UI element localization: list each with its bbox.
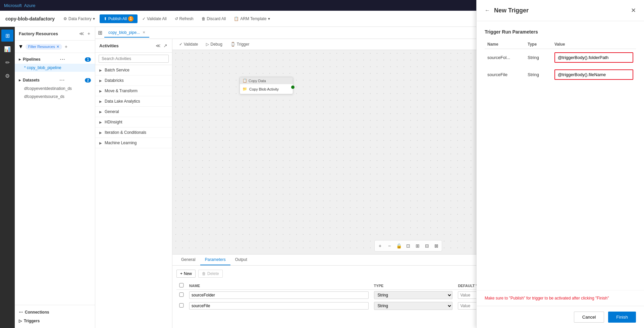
activities-header: Activities ≪ ↗ xyxy=(95,39,172,53)
row1-name-input[interactable] xyxy=(189,291,369,299)
zoom-add-btn[interactable]: + xyxy=(376,242,384,250)
new-param-icon: + xyxy=(180,271,182,276)
sidebar-expand-btn[interactable]: + xyxy=(87,30,91,37)
sidebar-item-ds2[interactable]: dfcopyeventsource_ds xyxy=(15,93,95,101)
tab-close-icon[interactable]: ✕ xyxy=(143,31,145,34)
bottom-tab-output[interactable]: Output xyxy=(230,255,252,265)
move-transform-label: Move & Transform xyxy=(105,89,138,93)
datasets-dots-icon[interactable]: ··· xyxy=(60,78,65,83)
pipelines-dots-icon[interactable]: ··· xyxy=(60,57,65,62)
activity-group-databricks: ▶ Databricks xyxy=(95,75,172,86)
refresh-btn[interactable]: ↺ Refresh xyxy=(171,15,197,22)
refresh-label: Refresh xyxy=(179,16,194,21)
datasets-header[interactable]: ▸ Datasets ··· 2 xyxy=(15,76,95,85)
arm-template-btn[interactable]: 📋 ARM Template ▾ xyxy=(230,15,273,22)
trigger-label: Trigger xyxy=(237,42,250,47)
zoom-minus-btn[interactable]: − xyxy=(385,242,393,250)
zoom-frame-btn[interactable]: ⊞ xyxy=(414,242,422,250)
activity-group-iteration: ▶ Iteration & Conditionals xyxy=(95,127,172,138)
publish-all-btn[interactable]: ⬆ Publish All 1 xyxy=(100,14,138,23)
sidebar-item-ds1[interactable]: dfcopyeventdestination_ds xyxy=(15,85,95,93)
hdinsight-header[interactable]: ▶ HDInsight xyxy=(95,117,172,127)
validate-all-label: Validate All xyxy=(147,16,166,21)
icon-bar: ⊞ 📊 ✏ ⚙ xyxy=(0,27,15,328)
batch-service-header[interactable]: ▶ Batch Service xyxy=(95,65,172,75)
arm-template-label: ARM Template xyxy=(240,16,266,21)
copy-icon: 📋 xyxy=(243,78,247,83)
zoom-expand-btn[interactable]: ⊠ xyxy=(432,242,440,250)
pipelines-badge: 1 xyxy=(85,57,91,62)
trigger-cancel-btn[interactable]: Cancel xyxy=(574,312,604,323)
node-success-indicator xyxy=(291,86,294,89)
sidebar-item-pipeline[interactable]: * copy_blob_pipeline xyxy=(15,64,95,72)
azure-logo: Microsoft Azure xyxy=(4,3,37,8)
new-param-label: New xyxy=(184,271,192,276)
pipelines-header[interactable]: ▸ Pipelines ··· 1 xyxy=(15,55,95,64)
trigger-value-header: Value xyxy=(552,40,636,49)
activities-panel: Activities ≪ ↗ ▶ Batch Service xyxy=(95,39,172,328)
canvas-zoom-controls: + − 🔒 ⊡ ⊞ ⊟ ⊠ xyxy=(374,240,442,252)
activity-node-body: 📁 Copy Blob Activity xyxy=(240,84,293,94)
trigger-back-btn[interactable]: ← xyxy=(485,7,490,13)
trigger-finish-btn[interactable]: Finish xyxy=(608,312,636,323)
new-param-btn[interactable]: + New xyxy=(176,270,196,278)
activity-node-copy[interactable]: 📋 Copy Data 📁 Copy Blob Activity xyxy=(239,77,293,94)
ml-header[interactable]: ▶ Machine Learning xyxy=(95,138,172,148)
trigger-row1-value-input[interactable] xyxy=(554,52,633,63)
activity-group-batch: ▶ Batch Service xyxy=(95,65,172,75)
delete-param-btn[interactable]: 🗑 Delete xyxy=(198,270,223,278)
discard-all-btn[interactable]: 🗑 Discard All xyxy=(198,15,229,22)
data-factory-label: Data Factory xyxy=(68,16,92,21)
data-factory-btn[interactable]: ⚙ Data Factory ▾ xyxy=(60,15,98,22)
trigger-row2-value-input[interactable] xyxy=(554,69,633,80)
bottom-tab-general[interactable]: General xyxy=(176,255,200,265)
app-layout: ⊞ 📊 ✏ ⚙ Factory Resources ≪ + ▼ Filter R… xyxy=(0,27,644,328)
move-transform-header[interactable]: ▶ Move & Transform xyxy=(95,86,172,96)
connections-label: Connections xyxy=(25,310,49,315)
params-select-all[interactable] xyxy=(179,283,184,287)
bottom-tab-parameters[interactable]: Parameters xyxy=(200,255,230,265)
databricks-header[interactable]: ▶ Databricks xyxy=(95,75,172,86)
activities-expand-btn[interactable]: ↗ xyxy=(163,42,168,49)
sidebar-collapse-btn[interactable]: ≪ xyxy=(78,30,85,37)
trigger-close-btn[interactable]: ✕ xyxy=(631,7,636,14)
pipelines-chevron-icon: ▸ xyxy=(19,57,21,62)
debug-icon: ▷ xyxy=(206,42,209,47)
general-label: General xyxy=(105,109,119,114)
row2-checkbox[interactable] xyxy=(179,303,184,308)
row1-checkbox[interactable] xyxy=(179,292,184,297)
trigger-panel-header: ← New Trigger ✕ xyxy=(477,0,644,21)
search-activities-input[interactable] xyxy=(99,55,169,63)
activities-collapse-btn[interactable]: ≪ xyxy=(155,42,161,49)
iteration-header[interactable]: ▶ Iteration & Conditionals xyxy=(95,127,172,138)
row2-name-input[interactable] xyxy=(189,302,369,310)
datalake-header[interactable]: ▶ Data Lake Analytics xyxy=(95,96,172,106)
ml-chevron-icon: ▶ xyxy=(99,141,102,145)
validate-all-btn[interactable]: ✓ Validate All xyxy=(139,15,170,22)
debug-btn[interactable]: ▷ Debug xyxy=(203,41,225,48)
icon-bar-home[interactable]: ⊞ xyxy=(1,30,13,42)
data-factory-icon: ⚙ xyxy=(63,16,67,21)
zoom-fit-btn[interactable]: ⊡ xyxy=(404,242,412,250)
icon-bar-edit[interactable]: ✏ xyxy=(1,56,13,68)
publish-icon: ⬆ xyxy=(104,16,107,21)
icon-bar-monitor[interactable]: 📊 xyxy=(1,43,13,55)
row1-type-select[interactable]: String Int Bool xyxy=(374,291,453,299)
trigger-table-row: sourceFile String xyxy=(485,66,636,83)
validate-btn[interactable]: ✓ Validate xyxy=(176,41,201,48)
pipeline-icon: ⊞ xyxy=(98,30,102,36)
connections-header[interactable]: ⋯ Connections xyxy=(15,308,95,317)
filter-add-btn[interactable]: + xyxy=(64,43,68,50)
filter-chip[interactable]: Filter Resources ✕ xyxy=(25,44,62,50)
row2-type-select[interactable]: String Int Bool xyxy=(374,302,453,310)
triggers-header[interactable]: ▷ Triggers xyxy=(15,317,95,325)
datasets-badge: 2 xyxy=(85,78,91,83)
general-header[interactable]: ▶ General xyxy=(95,107,172,117)
trigger-table-row: sourceFol... String xyxy=(485,49,636,66)
trigger-btn[interactable]: ⌚ Trigger xyxy=(228,41,252,48)
zoom-grid-btn[interactable]: ⊟ xyxy=(423,242,431,250)
icon-bar-settings[interactable]: ⚙ xyxy=(1,70,13,82)
filter-label: Filter Resources xyxy=(28,45,55,49)
pipeline-tab-active[interactable]: copy_blob_pipe... ✕ xyxy=(104,28,149,38)
zoom-lock-btn[interactable]: 🔒 xyxy=(395,242,403,250)
